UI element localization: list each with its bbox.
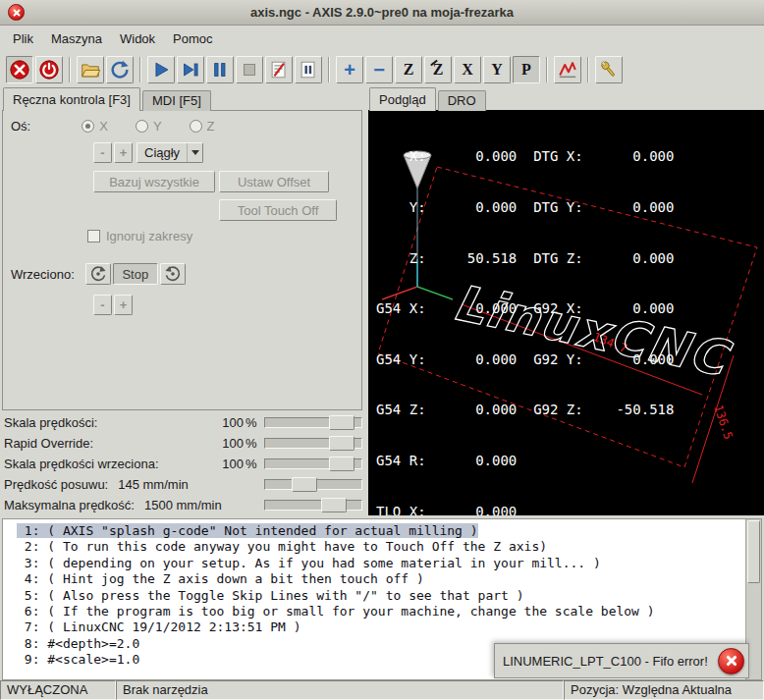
window-close-button[interactable]: [8, 4, 25, 21]
feed-override-row: Skala prędkości: 100 %: [0, 412, 362, 433]
max-velocity-slider[interactable]: [264, 497, 362, 513]
reload-file-button[interactable]: [106, 56, 134, 83]
touch-off-row: Tool Touch Off: [3, 199, 361, 221]
jog-minus-button[interactable]: -: [93, 142, 112, 163]
gcode-line[interactable]: 4: ( Hint jog the Z axis down a bit then…: [17, 571, 761, 587]
axis-radio-z[interactable]: Z: [190, 119, 215, 134]
tab-manual-control[interactable]: Ręczna kontrola [F3]: [3, 87, 140, 111]
preview-canvas[interactable]: 134.7 136.5 LinuxCNC X: 0.000 DTG X: 0.0…: [368, 110, 764, 515]
spindle-override-slider[interactable]: [264, 456, 362, 472]
preview-panel: Podgląd DRO 134.7 136.5: [366, 87, 764, 516]
wrench-icon: [598, 59, 620, 81]
view-top-rotated-button[interactable]: Z: [424, 56, 452, 83]
feed-override-slider[interactable]: [264, 414, 362, 431]
right-tabbar: Podgląd DRO: [369, 87, 488, 111]
view-front-button[interactable]: Y: [483, 56, 511, 83]
menu-maszyna[interactable]: Maszyna: [42, 27, 111, 50]
override-value: 1500 mm/min: [144, 498, 222, 512]
tab-dro[interactable]: DRO: [438, 90, 486, 111]
jog-speed-slider[interactable]: [264, 476, 362, 493]
override-label: Prędkość posuwu:: [4, 477, 108, 492]
tab-mdi[interactable]: MDI [F5]: [142, 90, 211, 111]
toggle-skip-lines-button[interactable]: [265, 56, 293, 83]
tools-button[interactable]: [595, 56, 623, 83]
clear-live-plot-button[interactable]: [554, 56, 581, 83]
slider-handle[interactable]: [292, 477, 317, 492]
view-top-button[interactable]: Z: [395, 56, 422, 83]
spindle-override-row: Skala prędkości wrzeciona: 100 %: [0, 454, 362, 474]
zoom-out-button[interactable]: −: [365, 56, 393, 83]
toggle-optional-pause-button[interactable]: [295, 56, 322, 83]
view-side-button[interactable]: X: [454, 56, 481, 83]
jog-mode-dropdown[interactable]: Ciągły: [136, 142, 203, 163]
axis-radio-x[interactable]: X: [82, 119, 108, 134]
step-line-button[interactable]: [177, 56, 204, 83]
window-title: axis.ngc - AXIS 2.9.0~pre0 na moja-freza…: [0, 5, 764, 20]
tab-preview[interactable]: Podgląd: [369, 87, 436, 111]
power-icon: [38, 59, 60, 81]
checkbox-icon: [87, 230, 100, 242]
toolbar-separator: [69, 57, 71, 82]
override-label: Maksymalna prędkość:: [4, 498, 135, 512]
dro-line: Y: 0.000 DTG Y: 0.000: [376, 199, 674, 216]
stop-program-button[interactable]: [236, 56, 263, 83]
home-all-button[interactable]: Bazuj wszystkie: [93, 171, 215, 192]
dro-line: G54 R: 0.000: [376, 453, 674, 469]
set-offset-button[interactable]: Ustaw Offset: [219, 171, 329, 192]
scrollbar-thumb[interactable]: [747, 520, 760, 583]
spindle-speed-row: - +: [3, 295, 361, 315]
estop-button[interactable]: [6, 56, 33, 83]
menu-widok[interactable]: Widok: [111, 27, 164, 50]
notification-popup: LINUMERIC_LPT_C100 - Fifo error!: [494, 643, 749, 678]
slider-handle[interactable]: [329, 415, 355, 430]
gcode-line[interactable]: 3: ( depending on your setup. As if you …: [17, 556, 761, 571]
gcode-line[interactable]: 6: ( If the program is too big or small …: [17, 604, 761, 619]
override-value: 100: [222, 436, 244, 451]
gcode-line[interactable]: 1: ( AXIS "splash g-code" Not intended f…: [17, 523, 761, 539]
dro-line: G54 X: 0.000 G92 X: 0.000: [376, 300, 674, 317]
zoom-in-button[interactable]: +: [336, 56, 363, 83]
radio-icon: [190, 120, 202, 133]
max-velocity-row: Maksymalna prędkość: 1500 mm/min: [0, 495, 362, 515]
plus-icon: +: [344, 60, 355, 80]
tool-touch-off-button[interactable]: Tool Touch Off: [219, 199, 337, 221]
position-mode: Pozycja: Względna Aktualna: [564, 680, 764, 700]
slider-handle[interactable]: [321, 498, 347, 512]
rapid-override-slider[interactable]: [264, 435, 362, 452]
spindle-ccw-icon: [89, 265, 107, 283]
jog-mode-value: Ciągły: [137, 145, 187, 160]
spindle-cw-button[interactable]: [160, 263, 186, 285]
view-perspective-button[interactable]: P: [513, 56, 540, 83]
machine-power-button[interactable]: [35, 56, 63, 83]
run-program-button[interactable]: [147, 56, 175, 83]
spindle-row: Wrzeciono: Stop: [3, 263, 361, 285]
spindle-plus-button[interactable]: +: [114, 295, 133, 315]
menu-plik[interactable]: Plik: [4, 27, 42, 50]
override-label: Skala prędkości wrzeciona:: [4, 457, 159, 471]
pause-program-button[interactable]: [206, 56, 234, 83]
spindle-label: Wrzeciono:: [11, 267, 75, 282]
slider-handle[interactable]: [329, 436, 355, 451]
play-icon: [150, 59, 172, 81]
menu-pomoc[interactable]: Pomoc: [164, 27, 221, 50]
titlebar[interactable]: axis.ngc - AXIS 2.9.0~pre0 na moja-freza…: [0, 0, 764, 26]
jog-plus-button[interactable]: +: [114, 142, 133, 163]
gcode-line[interactable]: 2: ( To run this code anyway you might h…: [17, 539, 761, 555]
gcode-line[interactable]: 7: ( LinuxCNC 19/1/2012 2:13:51 PM ): [17, 619, 761, 635]
axis-label: Oś:: [11, 119, 30, 134]
open-file-button[interactable]: [77, 56, 104, 83]
spindle-minus-button[interactable]: -: [93, 295, 112, 315]
notification-close-button[interactable]: [718, 648, 744, 674]
ignore-limits-checkbox[interactable]: Ignoruj zakresy: [87, 229, 192, 243]
spindle-ccw-button[interactable]: [85, 263, 111, 285]
toolbar-separator: [139, 57, 141, 82]
axis-radio-y[interactable]: Y: [136, 119, 162, 134]
left-tabbar: Ręczna kontrola [F3] MDI [F5]: [3, 87, 213, 111]
slider-handle[interactable]: [329, 457, 355, 471]
gcode-line[interactable]: 5: ( Also press the Toggle Skip Lines wi…: [17, 588, 761, 604]
axis-window: axis.ngc - AXIS 2.9.0~pre0 na moja-freza…: [0, 0, 764, 700]
optional-pause-icon: [298, 59, 319, 81]
statusbar: WYŁĄCZONA Brak narzędzia Pozycja: Względ…: [0, 680, 764, 700]
dro-line: Z: 50.518 DTG Z: 0.000: [376, 250, 674, 267]
spindle-stop-button[interactable]: Stop: [113, 263, 158, 285]
